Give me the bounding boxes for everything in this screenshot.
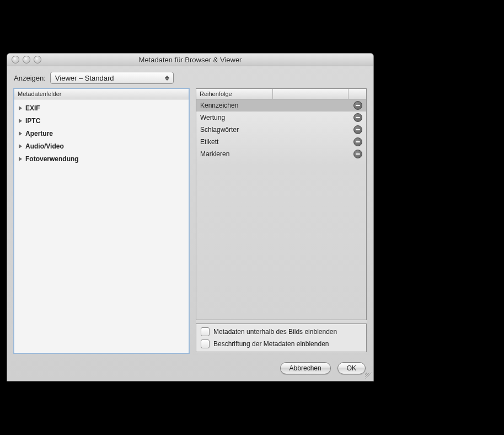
popup-arrows-icon bbox=[164, 76, 171, 81]
callout-line bbox=[19, 428, 498, 429]
callout-line bbox=[497, 84, 498, 426]
view-popup[interactable]: Viewer – Standard bbox=[50, 72, 174, 84]
checkbox-label: Beschriftung der Metadaten einblenden bbox=[213, 340, 329, 348]
checkbox-label: Metadaten unterhalb des Bilds einblenden bbox=[213, 328, 337, 336]
show-label: Anzeigen: bbox=[14, 74, 46, 82]
display-order-panel: Reihenfolge Kennzeichen Wertung bbox=[196, 88, 367, 352]
column-header-end[interactable] bbox=[348, 89, 366, 99]
tree-item-label: IPTC bbox=[25, 117, 40, 125]
disclosure-triangle-icon[interactable] bbox=[19, 106, 22, 110]
order-row-wertung[interactable]: Wertung bbox=[196, 112, 366, 124]
metadata-fields-panel: Metadatenfelder EXIF IPTC Aperture bbox=[14, 88, 189, 353]
button-label: Abbrechen bbox=[289, 364, 321, 372]
order-row-label: Kennzeichen bbox=[200, 102, 238, 109]
order-row-markieren[interactable]: Markieren bbox=[196, 148, 366, 160]
display-order-header-row: Reihenfolge bbox=[196, 89, 366, 99]
display-order-header[interactable]: Reihenfolge bbox=[196, 89, 273, 99]
zoom-icon[interactable] bbox=[34, 56, 41, 63]
remove-icon[interactable] bbox=[353, 150, 362, 158]
dialog-footer: Abbrechen OK bbox=[7, 357, 373, 381]
checkbox-metadata-labels[interactable]: Beschriftung der Metadaten einblenden bbox=[201, 339, 362, 348]
tree-item-iptc[interactable]: IPTC bbox=[14, 114, 189, 127]
window-title: Metadaten für Browser & Viewer bbox=[7, 56, 373, 64]
disclosure-triangle-icon[interactable] bbox=[19, 144, 22, 148]
remove-icon[interactable] bbox=[353, 113, 362, 122]
order-row-label: Wertung bbox=[200, 114, 225, 121]
metadata-fields-header[interactable]: Metadatenfelder bbox=[14, 89, 189, 99]
column-header-spacer[interactable] bbox=[273, 89, 348, 99]
checkbox-icon[interactable] bbox=[201, 327, 210, 336]
options-box: Metadaten unterhalb des Bilds einblenden… bbox=[196, 323, 367, 352]
remove-icon[interactable] bbox=[353, 101, 362, 110]
view-popup-value: Viewer – Standard bbox=[55, 74, 114, 82]
metadata-fields-tree: EXIF IPTC Aperture Audio/Video bbox=[14, 99, 189, 167]
order-row-schlagwoerter[interactable]: Schlagwörter bbox=[196, 124, 366, 136]
cancel-button[interactable]: Abbrechen bbox=[280, 362, 331, 374]
tree-item-fotoverwendung[interactable]: Fotoverwendung bbox=[14, 152, 189, 165]
disclosure-triangle-icon[interactable] bbox=[19, 157, 22, 161]
tree-item-label: Audio/Video bbox=[25, 142, 64, 150]
ok-button[interactable]: OK bbox=[337, 362, 366, 374]
tree-item-exif[interactable]: EXIF bbox=[14, 102, 189, 114]
tree-item-audio-video[interactable]: Audio/Video bbox=[14, 140, 189, 152]
tree-item-label: EXIF bbox=[25, 104, 40, 112]
display-order-list: Kennzeichen Wertung Schlagwörter Et bbox=[196, 99, 366, 320]
order-row-kennzeichen[interactable]: Kennzeichen bbox=[196, 99, 366, 112]
order-row-label: Schlagwörter bbox=[200, 126, 239, 134]
checkbox-icon[interactable] bbox=[201, 339, 210, 348]
order-row-etikett[interactable]: Etikett bbox=[196, 136, 366, 148]
disclosure-triangle-icon[interactable] bbox=[19, 119, 22, 123]
button-label: OK bbox=[347, 364, 356, 372]
tree-item-label: Aperture bbox=[25, 130, 53, 137]
titlebar[interactable]: Metadaten für Browser & Viewer bbox=[7, 54, 373, 66]
order-row-label: Markieren bbox=[200, 150, 229, 158]
resize-grip-icon[interactable] bbox=[365, 373, 372, 379]
close-icon[interactable] bbox=[12, 56, 19, 63]
minimize-icon[interactable] bbox=[23, 56, 30, 63]
checkbox-metadata-below-image[interactable]: Metadaten unterhalb des Bilds einblenden bbox=[201, 327, 362, 336]
order-row-label: Etikett bbox=[200, 138, 218, 146]
dialog-window: Metadaten für Browser & Viewer Anzeigen:… bbox=[7, 53, 374, 381]
tree-item-aperture[interactable]: Aperture bbox=[14, 127, 189, 140]
remove-icon[interactable] bbox=[353, 125, 362, 134]
disclosure-triangle-icon[interactable] bbox=[19, 131, 22, 136]
remove-icon[interactable] bbox=[353, 137, 362, 146]
tree-item-label: Fotoverwendung bbox=[25, 155, 79, 163]
